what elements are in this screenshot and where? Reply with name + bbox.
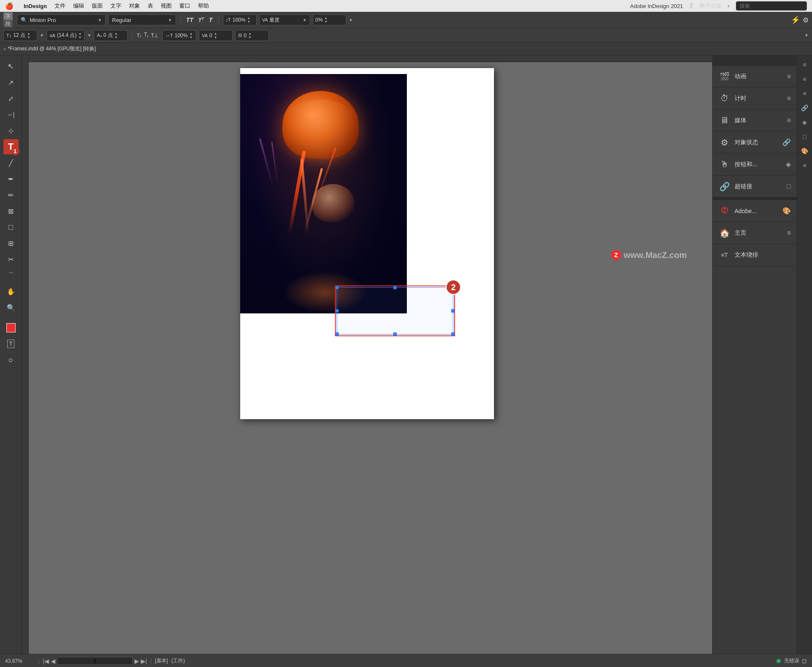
global-search-input[interactable] xyxy=(736,1,807,11)
scale-h-field[interactable]: ↕T 100% ▲▼ xyxy=(223,14,257,25)
panel-item-adobe[interactable]: Ⓩ Adobe... 🎨 xyxy=(713,200,797,222)
tool-grid[interactable]: ⊞ xyxy=(3,236,19,251)
tool-type-frame[interactable]: T xyxy=(3,336,19,351)
font-size-spinner[interactable]: ▲▼ xyxy=(27,32,30,39)
handle-right-mid[interactable] xyxy=(451,309,455,313)
apple-menu[interactable]: 🍎 xyxy=(5,2,14,10)
tool-hand[interactable]: ✋ xyxy=(3,284,19,299)
panel-item-buttons[interactable]: 🖱 按钮和... ◈ xyxy=(713,154,797,176)
baseline-spinner[interactable]: ▲▼ xyxy=(115,32,118,39)
font-family-chevron[interactable]: ▼ xyxy=(98,18,102,22)
leading-field[interactable]: ≡A (14.4 点) ▲▼ xyxy=(47,30,85,41)
sub-panel-icon-8[interactable]: ≡ xyxy=(799,159,811,171)
sub-panel-icon-6[interactable]: □ xyxy=(799,131,811,143)
row2-extra-chevron[interactable]: ▼ xyxy=(804,33,809,38)
kerning-extra-chevron[interactable]: ▼ xyxy=(349,18,353,22)
settings-icon[interactable]: ⚙ xyxy=(803,16,809,24)
sub-panel-icon-2[interactable]: ≡ xyxy=(799,73,811,85)
font-size-field[interactable]: T↕ 12 点 ▲▼ xyxy=(3,30,37,41)
font-style-chevron[interactable]: ▼ xyxy=(168,18,172,22)
page-number-input[interactable] xyxy=(57,657,133,665)
scale-v-field[interactable]: ↔T 100% ▲▼ xyxy=(162,30,196,41)
va-spinner[interactable]: ▲▼ xyxy=(214,32,217,39)
menu-help[interactable]: 帮助 xyxy=(198,2,209,10)
char-tab[interactable]: 字 xyxy=(3,12,13,20)
panel-item-master[interactable]: 🏠 主页 ≡ xyxy=(713,222,797,244)
menu-table[interactable]: 表 xyxy=(148,2,153,10)
tool-select[interactable]: ↖ xyxy=(3,59,19,74)
panel-item-animation[interactable]: 🎬 动画 ≡ xyxy=(713,66,797,88)
tool-smooth[interactable]: ⌒ xyxy=(3,268,19,283)
upload-icon[interactable]: ⬆ xyxy=(688,1,694,11)
chevron-down-icon[interactable]: ▼ xyxy=(727,4,731,8)
scale-v-spinner[interactable]: ▲▼ xyxy=(189,32,193,39)
menu-indesign[interactable]: InDesign xyxy=(24,3,47,9)
handle-left-mid[interactable] xyxy=(335,309,339,313)
first-page-btn[interactable]: |◀ xyxy=(43,658,49,664)
handle-top-mid[interactable] xyxy=(393,286,397,289)
tool-zoom[interactable]: 🔍 xyxy=(3,300,19,315)
next-page-btn[interactable]: ▶ xyxy=(134,658,139,664)
font-family-dropdown[interactable]: 🔍 Minion Pro ▼ xyxy=(17,14,106,25)
tool-frame-x[interactable]: ⊠ xyxy=(3,203,19,219)
panel-item-text-wrap[interactable]: ≡T 文本绕排 xyxy=(713,244,797,266)
tool-rect[interactable]: □ xyxy=(3,220,19,235)
tt-button[interactable]: TT xyxy=(185,16,195,24)
tool-pen[interactable]: ✒ xyxy=(3,171,19,187)
panel-item-hyperlinks[interactable]: 🔗 超链接 □ xyxy=(713,176,797,198)
menu-view[interactable]: 视图 xyxy=(161,2,172,10)
zoom-level[interactable]: 43.87% xyxy=(5,658,35,664)
scale-h-spinner[interactable]: ▲▼ xyxy=(247,16,250,24)
leading-chevron[interactable]: ▼ xyxy=(87,33,91,38)
menu-object[interactable]: 对象 xyxy=(129,2,140,10)
panel-item-timing[interactable]: ⏱ 计时 ≡ xyxy=(713,88,797,110)
menu-file[interactable]: 文件 xyxy=(55,2,66,10)
tool-none[interactable]: ○ xyxy=(3,352,19,368)
menu-edit[interactable]: 编辑 xyxy=(73,2,84,10)
tab-close-button[interactable]: × xyxy=(3,47,6,52)
prev-page-btn[interactable]: ◀ xyxy=(51,658,55,664)
font-style-dropdown[interactable]: Regular ▼ xyxy=(108,14,176,25)
panel-item-object-state[interactable]: ⚙ 对象状态 🔗 xyxy=(713,132,797,154)
leading-spinner[interactable]: ▲▼ xyxy=(78,32,82,39)
sub-panel-icon-3[interactable]: ≡ xyxy=(799,88,811,99)
kerning-spinner[interactable]: ▲▼ xyxy=(324,16,328,24)
panel-item-media[interactable]: 🖥 媒体 ≡ xyxy=(713,110,797,132)
tool-color-fill[interactable] xyxy=(3,320,19,335)
sub-panel-icon-1[interactable]: ≡ xyxy=(799,59,811,71)
layout-icon[interactable]: ⊡ xyxy=(802,658,807,664)
handle-top-left[interactable] xyxy=(335,286,339,289)
digital-publish-btn[interactable]: 数字出版 xyxy=(700,2,721,10)
tool-type[interactable]: T 1 xyxy=(3,139,19,154)
lightning-icon[interactable]: ⚡ xyxy=(791,15,800,25)
tool-transform[interactable]: ⤢ xyxy=(3,91,19,106)
kerning-dropdown[interactable]: VA 量度 ▼ xyxy=(259,14,310,25)
menu-type[interactable]: 文字 xyxy=(110,2,121,10)
font-size-chevron[interactable]: ▼ xyxy=(40,33,44,38)
handle-bottom-mid[interactable] xyxy=(393,332,397,336)
tt-plain-button[interactable]: T xyxy=(208,16,214,24)
kerning-chevron[interactable]: ▼ xyxy=(303,18,307,22)
grid-spinner[interactable]: ▲▼ xyxy=(248,32,252,39)
grid-field[interactable]: ⊟ 0 ▲▼ xyxy=(235,30,269,41)
last-page-btn[interactable]: ▶| xyxy=(141,658,147,664)
text-frame[interactable]: 2 xyxy=(335,285,455,336)
tool-scissors[interactable]: ✂ xyxy=(3,252,19,267)
handle-bottom-left[interactable] xyxy=(335,332,339,336)
menu-layout[interactable]: 版面 xyxy=(92,2,103,10)
para-tab[interactable]: 段 xyxy=(3,20,13,27)
baseline-field[interactable]: Aₐ 0 点 ▲▼ xyxy=(94,30,128,41)
tool-gap[interactable]: ↔| xyxy=(3,107,19,122)
tool-pencil[interactable]: ✏ xyxy=(3,187,19,203)
va-field[interactable]: VA 0 ▲▼ xyxy=(199,30,233,41)
tool-measure[interactable]: ⊹ xyxy=(3,123,19,138)
sub-panel-icon-4[interactable]: 🔗 xyxy=(799,102,811,114)
kerning-value-field[interactable]: 0% ▲▼ xyxy=(313,14,346,25)
tool-direct-select[interactable]: ↗ xyxy=(3,75,19,90)
sub-panel-icon-7[interactable]: 🎨 xyxy=(799,145,811,157)
tool-line[interactable]: ╱ xyxy=(3,155,19,170)
handle-bottom-right[interactable] xyxy=(451,332,455,336)
tt-super-button[interactable]: TT xyxy=(197,16,205,24)
menu-window[interactable]: 窗口 xyxy=(179,2,190,10)
sub-panel-icon-5[interactable]: ◈ xyxy=(799,116,811,128)
